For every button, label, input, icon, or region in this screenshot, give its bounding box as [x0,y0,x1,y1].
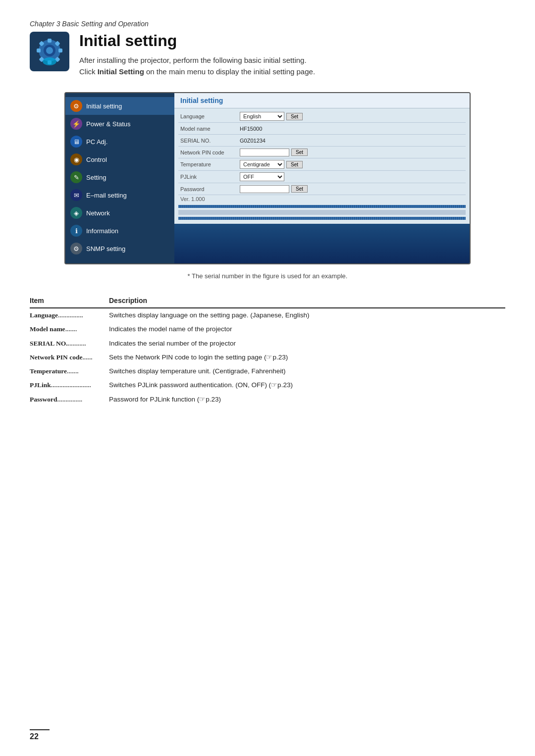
form-header: Initial setting [174,93,470,108]
label-model-name: Model name [180,126,240,132]
sidebar: ⚙ Initial setting ⚡ Power & Status 🖥 PC … [65,93,174,263]
description-section: Item Description Language...............… [30,295,505,406]
select-temperature[interactable]: Centigrade Fahrenheit [240,160,284,169]
form-row-pjlink: PJLink OFF ON [178,171,466,183]
col-item-header: Item [30,295,109,308]
form-row-model-name: Model name HF15000 [178,123,466,135]
item-network-pin: Network PIN code...... [30,351,109,364]
desc-row-password: Password............... Password for PJL… [30,393,505,406]
item-password: Password............... [30,393,109,406]
sidebar-label-power-status: Power & Status [86,120,131,128]
sidebar-item-snmp-setting[interactable]: ⚙ SNMP setting [65,240,174,257]
sidebar-label-setting: Setting [86,174,106,181]
item-serial-no: SERIAL NO............ [30,337,109,351]
desc-temperature: Switches display temperature unit. (Cent… [109,364,505,378]
sidebar-item-information[interactable]: ℹ Information [65,222,174,240]
setting-icon: ✎ [70,171,82,183]
desc-network-pin: Sets the Network PIN code to login the s… [109,351,505,364]
chapter-label: Chapter 3 Basic Setting and Operation [30,20,505,28]
set-language-button[interactable]: Set [286,113,303,120]
label-network-pin: Network PIN code [180,150,240,155]
sidebar-item-setting[interactable]: ✎ Setting [65,168,174,186]
network-icon: ◈ [70,207,82,219]
header-text: Initial setting After installing the pro… [79,32,315,77]
intro-paragraph: After installing the projector, perform … [79,55,315,77]
set-temperature-button[interactable]: Set [286,161,303,168]
desc-row-language: Language............... Switches display… [30,308,505,322]
item-model-name: Model name....... [30,322,109,336]
sidebar-label-pc-adj: PC Adj. [86,138,107,146]
sidebar-item-network[interactable]: ◈ Network [65,204,174,222]
desc-row-model-name: Model name....... Indicates the model na… [30,322,505,336]
form-fields: Language English Japanese Set Model name… [174,108,470,224]
page-number: 22 [30,729,50,741]
sidebar-label-initial-setting: Initial setting [86,102,122,110]
sidebar-label-control: Control [86,156,107,163]
sidebar-item-power-status[interactable]: ⚡ Power & Status [65,115,174,133]
set-password-button[interactable]: Set [291,185,308,193]
description-header-row: Item Description [30,295,505,308]
control-icon: ◉ [70,153,82,165]
separator-bar-1 [178,205,466,208]
svg-rect-4 [37,49,41,52]
input-network-pin[interactable] [240,149,289,156]
svg-rect-5 [58,49,62,52]
input-password[interactable] [240,185,289,193]
desc-serial-no: Indicates the serial number of the proje… [109,337,505,351]
sidebar-label-snmp-setting: SNMP setting [86,245,125,252]
form-title: Initial setting [180,97,223,104]
desc-password: Password for PJLink function (☞p.23) [109,393,505,406]
desc-row-temperature: Temperature....... Switches display temp… [30,364,505,378]
form-row-password: Password Set [178,183,466,195]
item-temperature: Temperature....... [30,364,109,378]
form-row-serial-no: SERIAL NO. G0Z01234 [178,135,466,147]
description-table: Item Description Language...............… [30,295,505,406]
ui-screenshot: ⚙ Initial setting ⚡ Power & Status 🖥 PC … [64,92,471,264]
label-password: Password [180,186,240,192]
sidebar-item-initial-setting[interactable]: ⚙ Initial setting [65,97,174,115]
form-row-language: Language English Japanese Set [178,110,466,123]
item-pjlink: PJLink........................ [30,378,109,392]
footnote: * The serial number in the figure is use… [30,272,505,280]
sidebar-item-email-setting[interactable]: ✉ E–mail setting [65,186,174,204]
svg-rect-2 [48,39,52,43]
sidebar-item-control[interactable]: ◉ Control [65,151,174,168]
bottom-area [174,224,470,263]
sidebar-label-network: Network [86,209,110,217]
snmp-setting-icon: ⚙ [70,243,82,254]
value-model-name: HF15000 [240,126,464,132]
pc-adj-icon: 🖥 [70,136,82,148]
form-row-network-pin: Network PIN code Set [178,147,466,158]
desc-model-name: Indicates the model name of the projecto… [109,322,505,336]
page-title: Initial setting [79,32,315,50]
initial-setting-icon: ⚙ [70,100,82,112]
separator-bar-2 [178,217,466,220]
select-pjlink[interactable]: OFF ON [240,172,284,181]
power-status-icon: ⚡ [70,118,82,130]
desc-row-serial-no: SERIAL NO............ Indicates the seri… [30,337,505,351]
section-icon [30,32,69,71]
empty-row-1 [178,210,466,215]
select-language[interactable]: English Japanese [240,112,284,121]
email-setting-icon: ✉ [70,189,82,201]
desc-row-network-pin: Network PIN code...... Sets the Network … [30,351,505,364]
set-network-pin-button[interactable]: Set [291,149,308,156]
svg-point-12 [43,57,56,65]
sidebar-item-pc-adj[interactable]: 🖥 PC Adj. [65,133,174,151]
main-form-area: Initial setting Language English Japanes… [174,93,470,263]
col-desc-header: Description [109,295,505,308]
desc-pjlink: Switches PJLink password authentication.… [109,378,505,392]
svg-point-11 [46,47,53,54]
sidebar-label-email-setting: E–mail setting [86,192,127,199]
information-icon: ℹ [70,225,82,237]
item-language: Language............... [30,308,109,322]
label-pjlink: PJLink [180,174,240,180]
label-temperature: Temperature [180,161,240,167]
version-row: Ver. 1.000 [178,195,466,203]
desc-language: Switches display language on the setting… [109,308,505,322]
sidebar-label-information: Information [86,227,118,235]
header-section: Initial setting After installing the pro… [30,32,505,77]
label-language: Language [180,113,240,119]
desc-row-pjlink: PJLink........................ Switches … [30,378,505,392]
label-serial-no: SERIAL NO. [180,138,240,144]
